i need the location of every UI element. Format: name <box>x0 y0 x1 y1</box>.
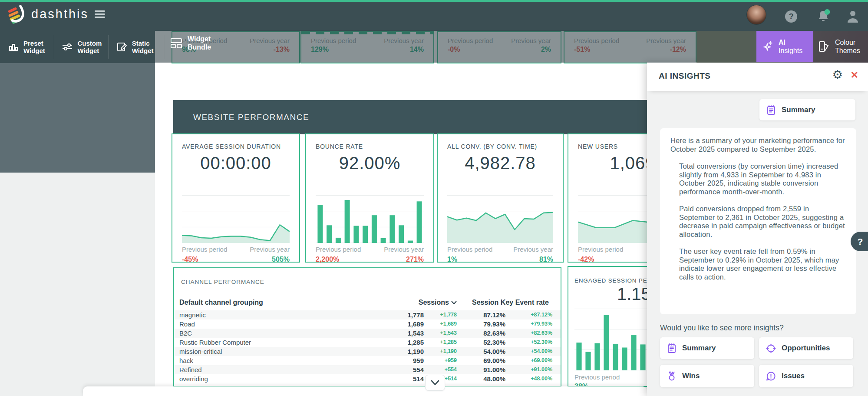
table-row: hack 959 +959 69.00% +69.00% <box>174 356 561 365</box>
close-icon[interactable]: ✕ <box>851 70 858 81</box>
ai-insights-panel: AI INSIGHTS ⚙ ✕ Summary Here is a summar… <box>647 62 868 396</box>
prev-period-value: -45% <box>182 256 198 263</box>
custom-widget-button[interactable]: CustomWidget <box>54 31 108 63</box>
sliders-icon <box>62 42 73 52</box>
prev-year-value: 505% <box>272 256 290 263</box>
kpi-value: 4,982.78 <box>438 153 563 173</box>
bottom-sheet <box>83 386 647 396</box>
panel-title: AI INSIGHTS <box>659 71 711 81</box>
table-row: B2C 1,543 +1,543 82.63% +82.63% <box>174 329 561 338</box>
table-body: magnetic 1,778 +1,778 87.12% +87.12% Roa… <box>174 310 561 383</box>
issues-chip-button[interactable]: Issues <box>759 365 853 387</box>
table-row: Road 1,689 +1,689 79.93% +79.93% <box>174 319 561 329</box>
user-account-icon[interactable] <box>847 10 859 23</box>
kpi-title: BOUNCE RATE <box>316 143 363 150</box>
app-header: dashthis ? <box>0 0 868 31</box>
widget-value: 1.15 <box>617 284 651 304</box>
prev-period-label: Previous period <box>578 246 623 253</box>
summary-paragraph: The user key event rate fell from 0.59% … <box>670 247 846 281</box>
target-icon <box>766 343 776 353</box>
table-row: mission-critical 1,190 +1,190 54.00% +54… <box>174 347 561 356</box>
notepad-icon <box>766 105 776 115</box>
notepad-icon <box>667 343 677 353</box>
prev-period-label: Previous period <box>574 373 620 381</box>
help-icon[interactable]: ? <box>785 10 797 23</box>
preset-widget-button[interactable]: PresetWidget <box>0 31 54 63</box>
brand-name: dashthis <box>31 7 89 21</box>
medal-icon <box>667 371 677 381</box>
swatch-fan-icon <box>818 40 831 53</box>
channel-performance-widget: CHANNEL PERFORMANCE Default channel grou… <box>173 267 561 387</box>
gear-icon[interactable]: ⚙ <box>832 68 843 82</box>
section-header-bar: WEBSITE PERFORMANCE <box>173 100 698 134</box>
prev-period-label: Previous period <box>316 246 361 253</box>
prev-year-value: 271% <box>406 256 424 263</box>
prev-period-value: -42% <box>578 256 594 263</box>
prev-period-label: Previous period <box>182 246 227 253</box>
kpi-title: ALL CONV. (BY CONV. TIME) <box>447 143 537 150</box>
prev-period-label: Previous period <box>447 246 492 253</box>
ai-summary-text: Here is a summary of your marketing perf… <box>660 128 856 314</box>
chevron-down-icon <box>431 380 439 386</box>
prev-period-value: 1% <box>447 256 457 263</box>
conversions-line-chart <box>447 195 553 243</box>
left-dimmed-block <box>0 63 155 173</box>
sparkle-icon <box>762 40 774 53</box>
bar-chart-icon <box>8 42 19 52</box>
panel-header: AI INSIGHTS ⚙ ✕ <box>647 62 868 91</box>
widget-toolbar: PresetWidget CustomWidget StaticWidget <box>0 31 155 63</box>
app-window: Previous period Previous year 98% -13% P… <box>0 0 868 396</box>
sort-chevron-down-icon <box>451 301 457 305</box>
kpi-value: 92.00% <box>306 153 433 173</box>
accent-top-line <box>0 0 868 2</box>
page-pencil-icon <box>116 42 128 52</box>
table-title: CHANNEL PERFORMANCE <box>181 279 264 285</box>
summary-paragraph: Paid conversions dropped from 2,559 in S… <box>670 205 846 239</box>
menu-icon[interactable] <box>95 10 105 19</box>
colour-themes-button[interactable]: ColourThemes <box>813 31 868 62</box>
section-title: WEBSITE PERFORMANCE <box>193 113 309 122</box>
table-row: Rustic Rubber Computer 1,285 +1,285 52.3… <box>174 338 561 347</box>
static-widget-button[interactable]: StaticWidget <box>109 31 155 63</box>
wins-chip-button[interactable]: Wins <box>660 365 754 387</box>
prev-year-value: 81% <box>539 256 553 263</box>
summary-paragraph: Here is a summary of your marketing perf… <box>670 136 846 153</box>
column-header-session-key-event-rate: Session Key Event rate <box>457 299 552 306</box>
floating-help-button[interactable]: ? <box>851 232 868 251</box>
prev-year-label: Previous year <box>250 246 290 253</box>
more-insights-prompt: Would you like to see more insights? <box>660 323 784 333</box>
engaged-session-bar-chart <box>574 309 647 370</box>
kpi-card-bounce-rate: BOUNCE RATE 92.00% Previous period Previ… <box>305 133 434 263</box>
summary-chip-button[interactable]: Summary <box>660 337 754 359</box>
prev-period-value: 2,200% <box>316 256 339 263</box>
ai-insights-button[interactable]: AIInsights <box>756 31 813 62</box>
kpi-value: 00:00:00 <box>172 153 299 173</box>
notifications-bell-icon[interactable] <box>816 9 831 23</box>
opportunities-chip-button[interactable]: Opportunities <box>759 337 853 359</box>
widget-title: ENGAGED SESSION PER <box>574 277 652 284</box>
summary-tag-chip[interactable]: Summary <box>759 99 855 120</box>
table-row: overriding 514 +514 48.00% +48.00% <box>174 374 561 383</box>
session-duration-line-chart <box>182 195 290 243</box>
issue-bubble-icon <box>766 371 776 381</box>
summary-paragraph: Total conversions (by conversion time) i… <box>670 162 846 196</box>
column-header-sessions[interactable]: Sessions <box>380 299 457 306</box>
widget-bundle-button[interactable]: WidgetBundle <box>170 35 211 51</box>
column-header-channel: Default channel grouping <box>179 299 380 306</box>
table-row: Refined 554 +554 91.00% +91.00% <box>174 365 561 374</box>
dashthis-logo-icon[interactable] <box>6 4 28 27</box>
kpi-card-all-conversions: ALL CONV. (BY CONV. TIME) 4,982.78 Previ… <box>437 133 564 263</box>
kpi-title: NEW USERS <box>578 143 618 150</box>
avatar[interactable] <box>746 5 766 25</box>
prev-year-label: Previous year <box>513 246 553 253</box>
layout-bundle-icon <box>170 37 182 49</box>
bounce-rate-bar-chart <box>316 195 424 243</box>
kpi-title: AVERAGE SESSION DURATION <box>182 143 281 150</box>
toolbar-separator <box>164 35 164 59</box>
kpi-card-average-session-duration: AVERAGE SESSION DURATION 00:00:00 Previo… <box>172 133 300 263</box>
table-row: magnetic 1,778 +1,778 87.12% +87.12% <box>174 310 561 319</box>
prev-year-label: Previous year <box>384 246 424 253</box>
expand-button[interactable] <box>425 375 445 391</box>
